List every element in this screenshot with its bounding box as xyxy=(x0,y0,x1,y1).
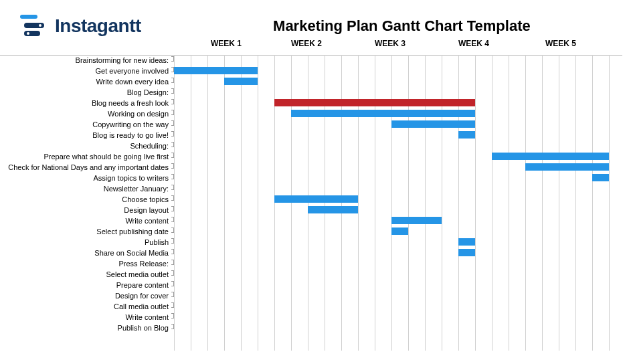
task-label: Blog is ready to go live! xyxy=(0,130,169,141)
task-row: Select media outlet xyxy=(0,269,622,280)
task-row: Press Release: xyxy=(0,258,622,269)
task-row: Copywriting on the way xyxy=(0,119,622,130)
task-row: Scheduling: xyxy=(0,141,622,151)
gantt-bar xyxy=(274,195,358,203)
task-label: Select publishing date xyxy=(0,226,169,237)
task-label: Write content xyxy=(0,312,169,323)
svg-point-2 xyxy=(39,24,41,27)
row-tick xyxy=(171,88,174,94)
row-tick xyxy=(171,153,174,158)
task-row: Prepare content xyxy=(0,280,622,290)
task-row: Publish on Blog xyxy=(0,323,622,333)
task-row: Write content xyxy=(0,312,622,323)
row-tick xyxy=(171,302,174,308)
task-row: Publish xyxy=(0,237,622,248)
task-label: Choose topics xyxy=(0,194,169,205)
brand-name: Instagantt xyxy=(55,15,141,37)
task-label: Call media outlet xyxy=(0,301,169,312)
row-tick xyxy=(171,217,174,222)
row-tick xyxy=(171,56,174,62)
week-label: WEEK 5 xyxy=(545,39,576,48)
task-label: Check for National Days and any importan… xyxy=(0,162,169,173)
task-label: Assign topics to writers xyxy=(0,173,169,183)
task-label: Select media outlet xyxy=(0,269,169,280)
gantt-bar xyxy=(525,163,609,171)
gantt-bar xyxy=(391,227,408,235)
task-label: Design for cover xyxy=(0,290,169,301)
gantt-bar xyxy=(291,110,475,117)
task-row: Share on Social Media xyxy=(0,248,622,258)
task-row: Newsletter January: xyxy=(0,183,622,194)
gantt-bar xyxy=(458,249,475,256)
gantt-bar xyxy=(492,153,609,160)
task-label: Newsletter January: xyxy=(0,183,169,194)
task-label: Publish xyxy=(0,237,169,248)
task-row: Blog Design: xyxy=(0,87,622,98)
row-tick xyxy=(171,206,174,211)
task-row: Select publishing date xyxy=(0,226,622,237)
gantt-chart: Brainstorming for new ideas:Get everyone… xyxy=(0,55,622,351)
task-row: Check for National Days and any importan… xyxy=(0,162,622,173)
week-label: WEEK 3 xyxy=(375,39,406,48)
week-label: WEEK 1 xyxy=(211,39,242,48)
task-row: Prepare what should be going live first xyxy=(0,151,622,162)
gantt-bar xyxy=(308,206,358,213)
task-label: Prepare what should be going live first xyxy=(0,151,169,162)
task-row: Blog needs a fresh look xyxy=(0,98,622,108)
gantt-bar xyxy=(174,67,258,74)
task-label: Working on design xyxy=(0,108,169,119)
svg-point-4 xyxy=(27,32,29,35)
task-label: Blog Design: xyxy=(0,87,169,98)
task-row: Blog is ready to go live! xyxy=(0,130,622,141)
task-label: Press Release: xyxy=(0,258,169,269)
row-tick xyxy=(171,185,174,190)
task-row: Working on design xyxy=(0,108,622,119)
task-label: Share on Social Media xyxy=(0,248,169,258)
task-row: Brainstorming for new ideas: xyxy=(0,55,622,66)
task-label: Write content xyxy=(0,215,169,226)
task-label: Publish on Blog xyxy=(0,323,169,333)
task-label: Scheduling: xyxy=(0,141,169,151)
task-row: Get everyone involved xyxy=(0,66,622,76)
row-tick xyxy=(171,99,174,104)
task-label: Copywriting on the way xyxy=(0,119,169,130)
row-tick xyxy=(171,238,174,244)
row-tick xyxy=(171,110,174,115)
row-tick xyxy=(171,120,174,126)
task-label: Prepare content xyxy=(0,280,169,290)
gantt-bar xyxy=(458,238,475,246)
gantt-bar xyxy=(224,78,258,85)
row-tick xyxy=(171,78,174,83)
week-label: WEEK 4 xyxy=(458,39,489,48)
gantt-bar xyxy=(592,174,609,181)
gantt-bar xyxy=(391,120,475,128)
task-rows: Brainstorming for new ideas:Get everyone… xyxy=(0,55,622,333)
title-area: Marketing Plan Gantt Chart Template xyxy=(141,17,629,35)
gantt-bar xyxy=(391,217,442,224)
page-title: Marketing Plan Gantt Chart Template xyxy=(175,17,629,35)
row-tick xyxy=(171,227,174,233)
task-label: Get everyone involved xyxy=(0,66,169,76)
task-row: Write down every idea xyxy=(0,76,622,87)
task-label: Write down every idea xyxy=(0,76,169,87)
row-tick xyxy=(171,260,174,265)
task-label: Design layout xyxy=(0,205,169,215)
row-tick xyxy=(171,313,174,318)
svg-rect-3 xyxy=(24,31,40,36)
task-row: Assign topics to writers xyxy=(0,173,622,183)
week-label: WEEK 2 xyxy=(291,39,322,48)
svg-rect-0 xyxy=(20,15,37,19)
header: Instagantt Marketing Plan Gantt Chart Te… xyxy=(0,0,629,40)
task-row: Write content xyxy=(0,215,622,226)
task-label: Brainstorming for new ideas: xyxy=(0,55,169,66)
row-tick xyxy=(171,163,174,169)
instagantt-logo-icon xyxy=(20,15,47,37)
task-row: Design layout xyxy=(0,205,622,215)
task-row: Design for cover xyxy=(0,290,622,301)
row-tick xyxy=(171,292,174,297)
week-header-row: WEEK 1WEEK 2WEEK 3WEEK 4WEEK 5 xyxy=(174,39,622,52)
task-row: Choose topics xyxy=(0,194,622,205)
row-tick xyxy=(171,270,174,276)
row-tick xyxy=(171,142,174,147)
row-tick xyxy=(171,249,174,254)
